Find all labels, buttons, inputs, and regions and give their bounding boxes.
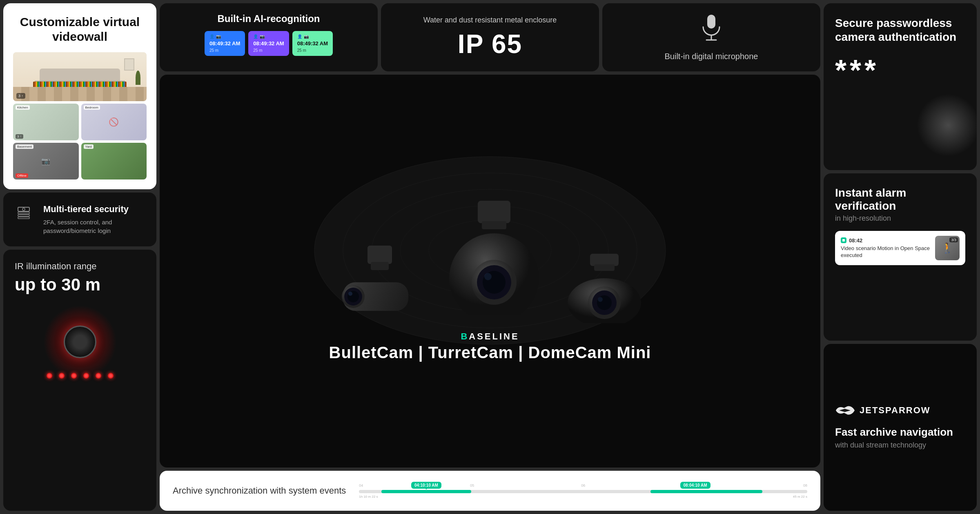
svg-rect-21 (478, 201, 510, 223)
security-card: Multi-tiered security 2FA, session contr… (3, 193, 156, 246)
room-badge-livingroom: 3 ↑ (16, 93, 25, 99)
dome-cam (564, 250, 645, 323)
jetsparrow-brand-name: JETSPARROW (860, 405, 931, 416)
ir-dot-6 (108, 373, 114, 379)
left-column: Customizable virtual videowall Living Ro… (3, 3, 156, 511)
brand-name: BASELINE (329, 331, 651, 342)
timeline-marker-1: 04:10:10 AM (411, 482, 441, 489)
room-kitchen[interactable]: Kitchen 3 ↑ (13, 104, 79, 140)
ai-pill-icon-label-green: 📷 (304, 34, 309, 39)
svg-rect-28 (590, 254, 619, 266)
room-bedroom[interactable]: Bedroom 🚫 (81, 104, 147, 140)
svg-rect-2 (18, 215, 29, 216)
auth-stars: *** (835, 53, 965, 87)
timeline-segment-2 (650, 490, 762, 493)
ai-pill-time-green: 08:49:32 AM (297, 40, 328, 47)
svg-rect-14 (368, 246, 392, 264)
videowall-grid: Living Room 3 ↑ Kitchen 3 ↑ Be (13, 52, 147, 179)
cameras-container (335, 197, 645, 323)
ai-pill-sub-blue: 25 m (209, 48, 240, 53)
alarm-preview: 08:42 Video scenario Motion in Open Spac… (835, 231, 965, 265)
ai-title: Built-in AI-recognition (168, 13, 370, 24)
ir-dot-1 (47, 373, 52, 379)
room-label-basement: Basement (16, 144, 33, 149)
alarm-time-text: 08:42 (849, 237, 862, 244)
archive-card: Archive synchronization with system even… (160, 471, 820, 511)
camera-off-icon: 📷 (41, 157, 50, 166)
microphone-icon (700, 13, 723, 46)
person-icon-blue: 👤 (209, 34, 214, 39)
svg-rect-15 (371, 262, 389, 270)
ir-camera-visual (15, 301, 145, 383)
room-label-yard: Yard (84, 144, 94, 149)
security-text: Multi-tiered security 2FA, session contr… (43, 204, 145, 235)
right-column: Secure passwordless camera authenticatio… (824, 3, 977, 511)
eye-off-icon: 🚫 (109, 117, 119, 127)
wall-art (124, 58, 134, 71)
ai-pill-time-purple: 08:49:32 AM (253, 40, 284, 47)
alarm-title: Instant alarm verification (835, 186, 965, 213)
security-title: Multi-tiered security (43, 204, 145, 215)
mic-title: Built-in digital microphone (664, 51, 758, 62)
timeline-marker-2: 08:04:10 AM (680, 482, 710, 489)
ir-dots (47, 373, 114, 379)
jetsparrow-logo: JETSPARROW (835, 405, 931, 416)
timeline-bar[interactable]: 04:10:10 AM 08:04:10 AM (359, 490, 807, 493)
camera-models: BulletCam | TurretCam | DomeCam Mini (329, 343, 651, 362)
room-label-bedroom: Bedroom (84, 105, 100, 110)
svg-rect-1 (18, 212, 29, 214)
svg-rect-3 (18, 217, 29, 219)
auth-title: Secure passwordless camera authenticatio… (835, 16, 965, 44)
offline-badge: Offline (16, 173, 28, 178)
ai-pill-time-blue: 08:49:32 AM (209, 40, 240, 47)
ip-subtitle: Water and dust resistant metal enclosure (423, 16, 557, 25)
jetsparrow-title: Fast archive navigation (835, 425, 953, 439)
ai-pill-green: 👤 📷 08:49:32 AM 25 m (292, 31, 333, 56)
alarm-preview-text: 08:42 Video scenario Motion in Open Spac… (841, 237, 930, 259)
ir-lens (64, 326, 96, 358)
center-top-cards: Built-in AI-recognition 👤 📷 08:49:32 AM … (160, 3, 820, 71)
ip-card: Water and dust resistant metal enclosure… (381, 3, 599, 71)
archive-label: Archive synchronization with system even… (173, 485, 346, 496)
ai-card: Built-in AI-recognition 👤 📷 08:49:32 AM … (160, 3, 378, 71)
archive-timeline: 04 05 06 07 08 04:10:10 AM 08:04:10 AM (359, 481, 807, 501)
timeline-sub-1: 1h 10 m 22 s (359, 495, 378, 498)
ir-dot-2 (59, 373, 65, 379)
ir-dot-5 (96, 373, 101, 379)
svg-point-20 (348, 292, 352, 296)
ai-pill-icon-label-purple: 📷 (260, 34, 265, 39)
vw-row2: Kitchen 3 ↑ Bedroom 🚫 (13, 104, 147, 140)
svg-point-34 (598, 297, 603, 302)
svg-point-4 (22, 208, 25, 210)
vw-row3: Basement 📷 Offline Yard (13, 143, 147, 179)
mic-card: Built-in digital microphone (602, 3, 820, 71)
ai-pill-blue: 👤 📷 08:49:32 AM 25 m (205, 31, 245, 56)
ir-dot-3 (71, 373, 77, 379)
svg-rect-5 (707, 15, 715, 29)
person-icon-green: 👤 (297, 34, 302, 39)
camera-showcase: BASELINE BulletCam | TurretCam | DomeCam… (160, 75, 820, 467)
ir-title: IR illumination range (15, 261, 145, 272)
alarm-time-row: 08:42 (841, 237, 930, 244)
room-label-kitchen: Kitchen (16, 105, 30, 110)
timeline-sub-2: 45 m 22 s (793, 495, 807, 498)
turret-cam (441, 197, 547, 315)
auth-bg-effect (911, 89, 977, 162)
ai-pill-sub-purple: 25 m (253, 48, 284, 53)
ir-range: up to 30 m (15, 275, 145, 295)
svg-rect-22 (482, 221, 506, 229)
ip-text: IP 65 (458, 29, 522, 59)
ir-card: IR illumination range up to 30 m (3, 250, 156, 511)
security-card-inner: Multi-tiered security 2FA, session contr… (15, 204, 145, 235)
ai-pill-purple: 👤 📷 08:49:32 AM 25 m (248, 31, 289, 56)
bullet-cam (335, 241, 425, 323)
room-basement[interactable]: Basement 📷 Offline (13, 143, 79, 179)
alarm-subtitle: in high-resolution (835, 214, 965, 223)
ir-glow (43, 305, 117, 379)
jetsparrow-subtitle: with dual stream technology (835, 441, 926, 450)
ai-pill-header-green: 👤 📷 (297, 34, 328, 39)
room-livingroom[interactable]: Living Room 3 ↑ (13, 52, 147, 101)
room-badge-kitchen: 3 ↑ (16, 134, 23, 139)
svg-rect-29 (594, 264, 615, 271)
room-yard[interactable]: Yard (81, 143, 147, 179)
